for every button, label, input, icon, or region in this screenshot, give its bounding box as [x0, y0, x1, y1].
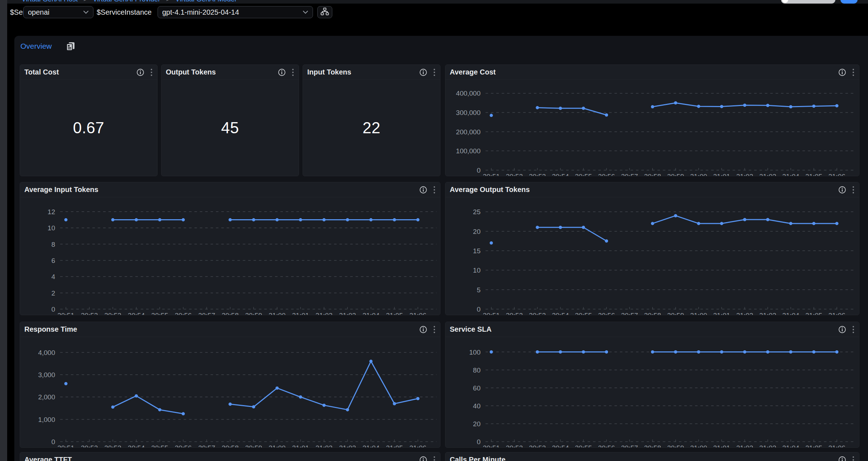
panel-title: Average Input Tokens: [24, 186, 98, 194]
svg-text:6: 6: [51, 257, 55, 264]
svg-text:21:00: 21:00: [690, 173, 707, 176]
svg-text:20:59: 20:59: [245, 444, 262, 448]
info-icon[interactable]: [419, 456, 427, 461]
svg-text:20:56: 20:56: [598, 173, 615, 176]
svg-text:21:01: 21:01: [713, 173, 730, 176]
svg-text:0: 0: [51, 306, 55, 313]
breadcrumb-link-host[interactable]: Virtual GenAI Host: [21, 0, 78, 3]
svg-text:21:02: 21:02: [736, 173, 753, 176]
svg-text:20:54: 20:54: [552, 173, 569, 176]
svg-text:8: 8: [51, 241, 55, 248]
svg-text:21:01: 21:01: [713, 444, 730, 448]
svg-text:21:03: 21:03: [759, 312, 776, 315]
info-icon[interactable]: [838, 186, 846, 194]
breadcrumb-separator: >: [83, 0, 87, 3]
svg-text:20:57: 20:57: [621, 444, 638, 448]
breadcrumb-link-provider[interactable]: Virtual GenAI Provider: [93, 0, 160, 3]
topology-view-button[interactable]: [317, 6, 332, 18]
average-cost-chart[interactable]: 0100,000200,000300,000400,00020:5103-202…: [445, 80, 859, 176]
svg-text:20:57: 20:57: [198, 312, 215, 315]
svg-text:20: 20: [473, 228, 481, 235]
tab-overview[interactable]: Overview: [20, 42, 52, 51]
info-icon[interactable]: [136, 68, 144, 76]
panel-input-tokens: Input Tokens 22: [303, 64, 440, 176]
panel-menu-icon[interactable]: [433, 186, 436, 194]
svg-text:21:06: 21:06: [409, 312, 426, 315]
svg-text:20:55: 20:55: [575, 312, 592, 315]
svg-text:20:57: 20:57: [621, 173, 638, 176]
panel-menu-icon[interactable]: [852, 186, 855, 194]
svg-text:60: 60: [473, 384, 481, 392]
info-icon[interactable]: [278, 68, 286, 76]
panel-menu-icon[interactable]: [433, 456, 436, 461]
panel-menu-icon[interactable]: [150, 68, 153, 77]
svg-text:20:51: 20:51: [57, 312, 74, 315]
svg-text:20:55: 20:55: [151, 444, 168, 448]
instance-select[interactable]: gpt-4.1-mini-2025-04-14: [158, 6, 313, 18]
svg-text:21:01: 21:01: [713, 312, 730, 315]
breadcrumb-link-model[interactable]: Virtual GenAI Model: [175, 0, 236, 3]
info-icon[interactable]: [419, 186, 427, 194]
info-icon[interactable]: [838, 68, 846, 76]
panel-calls-per-minute: Calls Per Minute: [445, 452, 859, 461]
instance-variable-label: $ServiceInstance: [97, 8, 151, 16]
svg-text:20:59: 20:59: [667, 173, 684, 176]
svg-text:20:56: 20:56: [598, 312, 615, 315]
info-icon[interactable]: [419, 326, 427, 333]
panel-average-input-tokens: Average Input Tokens 02468101220:5103-20…: [20, 182, 440, 315]
panel-average-output-tokens: Average Output Tokens 051015202520:5103-…: [445, 182, 859, 315]
average-output-tokens-chart[interactable]: 051015202520:5103-2020:5203-2020:5303-20…: [445, 197, 859, 315]
average-input-tokens-chart[interactable]: 02468101220:5103-2020:5203-2020:5303-202…: [20, 197, 440, 315]
svg-text:21:03: 21:03: [339, 444, 356, 448]
info-icon[interactable]: [838, 456, 846, 461]
toggle-pill-button[interactable]: [781, 0, 835, 4]
svg-text:20:52: 20:52: [81, 312, 98, 315]
response-time-chart[interactable]: 01,0002,0003,0004,00020:5103-2020:5203-2…: [20, 337, 440, 448]
panel-menu-icon[interactable]: [433, 325, 436, 334]
panel-title: Average Cost: [450, 68, 496, 76]
svg-text:21:03: 21:03: [339, 312, 356, 315]
svg-text:20:53: 20:53: [529, 444, 546, 448]
svg-text:20:51: 20:51: [483, 444, 500, 448]
svg-text:25: 25: [473, 208, 481, 216]
panel-menu-icon[interactable]: [852, 68, 855, 77]
svg-text:20:56: 20:56: [175, 444, 192, 448]
info-icon[interactable]: [419, 68, 427, 76]
panel-menu-icon[interactable]: [852, 456, 855, 461]
svg-text:20:53: 20:53: [104, 444, 121, 448]
panel-response-time: Response Time 01,0002,0003,0004,00020:51…: [20, 322, 440, 448]
svg-text:20:55: 20:55: [575, 173, 592, 176]
svg-text:21:04: 21:04: [782, 444, 800, 448]
svg-text:21:05: 21:05: [805, 312, 823, 315]
svg-text:3,000: 3,000: [38, 371, 55, 379]
copy-dashboard-icon[interactable]: [66, 41, 75, 51]
chevron-down-icon: [83, 10, 89, 14]
svg-text:21:06: 21:06: [409, 444, 426, 448]
panel-average-ttft: Average TTFT: [20, 452, 440, 461]
service-sla-chart[interactable]: 02040608010020:5103-2020:5203-2020:5303-…: [445, 337, 859, 448]
svg-text:20:52: 20:52: [506, 173, 523, 176]
collapsed-sidebar-rail[interactable]: [0, 0, 7, 461]
svg-text:0: 0: [477, 167, 481, 174]
svg-text:21:01: 21:01: [292, 312, 309, 315]
panel-menu-icon[interactable]: [291, 68, 294, 77]
panel-menu-icon[interactable]: [852, 325, 855, 334]
primary-action-button[interactable]: [840, 0, 858, 4]
svg-text:2: 2: [51, 289, 55, 297]
svg-text:15: 15: [473, 247, 481, 255]
instance-select-value: gpt-4.1-mini-2025-04-14: [162, 8, 239, 16]
svg-text:21:02: 21:02: [736, 312, 753, 315]
stat-value: 45: [161, 80, 299, 176]
svg-text:4: 4: [51, 273, 55, 280]
toggle-knob: [782, 0, 788, 3]
svg-text:21:01: 21:01: [292, 444, 309, 448]
breadcrumb-separator: >: [166, 0, 170, 3]
svg-text:0: 0: [477, 306, 481, 313]
svg-text:20:51: 20:51: [483, 312, 500, 315]
svg-text:4,000: 4,000: [38, 349, 55, 356]
panel-menu-icon[interactable]: [433, 68, 436, 77]
service-select[interactable]: openai: [23, 6, 93, 18]
info-icon[interactable]: [838, 326, 846, 333]
svg-text:100: 100: [469, 349, 481, 356]
svg-text:20:53: 20:53: [529, 312, 546, 315]
